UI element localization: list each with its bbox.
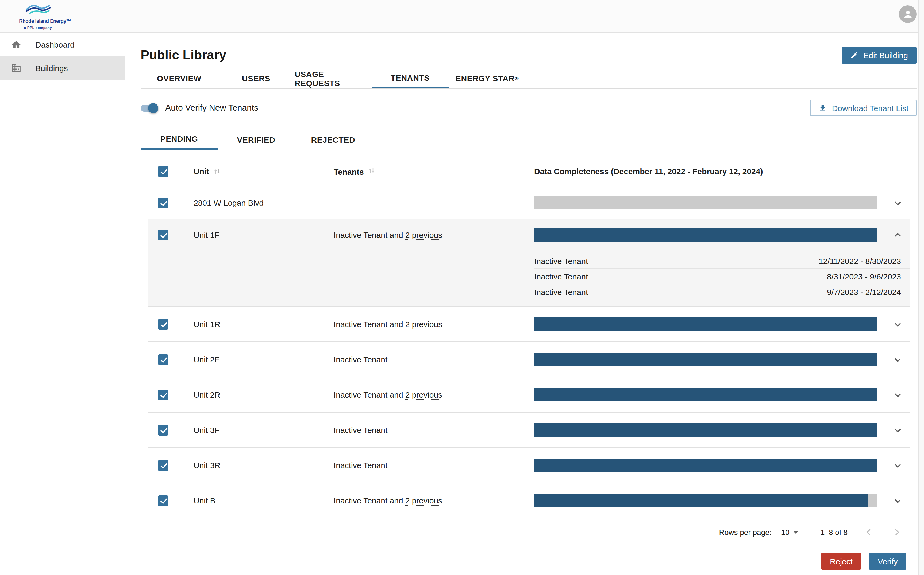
person-icon (902, 8, 914, 20)
table-row[interactable]: Unit 3F Inactive Tenant (148, 413, 910, 448)
row-checkbox[interactable] (158, 389, 169, 400)
download-tenant-list-button[interactable]: Download Tenant List (810, 100, 916, 116)
table-row[interactable]: Unit 1F Inactive Tenant and2 previous (148, 219, 910, 251)
tenant-detail-row: Inactive Tenant 12/11/2022 - 8/30/2023 (534, 253, 910, 268)
status-tab-rejected[interactable]: REJECTED (295, 129, 372, 149)
scrollbar[interactable] (918, 0, 924, 575)
tenant-detail-row: Inactive Tenant 8/31/2023 - 9/6/2023 (534, 268, 910, 284)
top-bar: Rhode Island Energy™ a PPL company (0, 0, 924, 33)
completeness-bar (534, 494, 877, 507)
row-checkbox[interactable] (158, 354, 169, 365)
table-row[interactable]: Unit 2F Inactive Tenant (148, 342, 910, 377)
completeness-bar (534, 228, 877, 241)
row-checkbox[interactable] (158, 460, 169, 470)
previous-tenants-link[interactable]: 2 previous (405, 230, 442, 240)
sidebar-item-label: Dashboard (35, 40, 75, 49)
auto-verify-label: Auto Verify New Tenants (165, 103, 258, 113)
collapse-chevron-icon[interactable] (891, 228, 905, 242)
sidebar-item-buildings[interactable]: Buildings (0, 56, 124, 79)
pagination: Rows per page: 10 1–8 of 8 (141, 518, 916, 546)
completeness-bar (534, 353, 877, 366)
tab-tenants[interactable]: TENANTS (372, 68, 449, 88)
expand-chevron-icon[interactable] (891, 494, 905, 507)
logo-waves-icon (24, 2, 52, 16)
completeness-bar (534, 459, 877, 472)
main-content: Public Library Edit Building OVERVIEW US… (125, 33, 924, 575)
row-checkbox[interactable] (158, 197, 169, 208)
table-row[interactable]: Unit 2R Inactive Tenant and2 previous (148, 377, 910, 413)
user-avatar[interactable] (899, 5, 916, 23)
sort-icon[interactable] (368, 167, 376, 175)
completeness-bar (534, 388, 877, 401)
tab-overview[interactable]: OVERVIEW (141, 68, 218, 88)
toggle-thumb (148, 103, 158, 113)
completeness-bar (534, 423, 877, 437)
page-range: 1–8 of 8 (820, 528, 848, 537)
sidebar-item-label: Buildings (35, 64, 68, 72)
completeness-bar (534, 196, 877, 210)
previous-page-button[interactable] (862, 526, 875, 538)
tenant-detail-row: Inactive Tenant 9/7/2023 - 2/12/2024 (534, 284, 910, 299)
table-row[interactable]: Unit B Inactive Tenant and2 previous (148, 483, 910, 518)
rows-per-page-select[interactable]: 10 (781, 528, 799, 537)
auto-verify-toggle[interactable] (141, 103, 158, 113)
footer-actions: Reject Verify (141, 553, 916, 570)
previous-tenants-link[interactable]: 2 previous (405, 319, 442, 329)
home-icon (11, 39, 21, 49)
sidebar-item-dashboard[interactable]: Dashboard (0, 33, 124, 56)
expand-chevron-icon[interactable] (891, 353, 905, 366)
download-icon (818, 103, 827, 113)
expand-chevron-icon[interactable] (891, 388, 905, 402)
chevron-left-icon (863, 526, 875, 538)
company-logo[interactable]: Rhode Island Energy™ a PPL company (14, 2, 62, 29)
chevron-right-icon (891, 526, 903, 538)
expanded-row-block: Unit 1F Inactive Tenant and2 previous In… (148, 219, 910, 307)
brand-tagline: a PPL company (14, 25, 62, 29)
table-row[interactable]: 2801 W Logan Blvd (148, 187, 910, 219)
select-all-checkbox[interactable] (158, 166, 169, 176)
previous-tenants-link[interactable]: 2 previous (405, 496, 442, 505)
table-row[interactable]: Unit 3R Inactive Tenant (148, 448, 910, 483)
next-page-button[interactable] (890, 526, 903, 538)
dropdown-caret-icon (793, 529, 799, 535)
tenant-details: Inactive Tenant 12/11/2022 - 8/30/2023 I… (148, 251, 910, 306)
pencil-icon (850, 51, 859, 59)
completeness-bar (534, 318, 877, 331)
tab-users[interactable]: USERS (218, 68, 295, 88)
tenants-table: Unit Tenants Data Completeness (December… (148, 156, 910, 518)
edit-building-button[interactable]: Edit Building (841, 47, 916, 64)
column-header-completeness: Data Completeness (December 11, 2022 - F… (534, 167, 877, 176)
column-header-unit[interactable]: Unit (194, 167, 209, 176)
expand-chevron-icon[interactable] (891, 423, 905, 437)
edit-building-label: Edit Building (863, 51, 908, 60)
row-checkbox[interactable] (158, 495, 169, 506)
column-header-tenants[interactable]: Tenants (334, 167, 364, 176)
previous-tenants-link[interactable]: 2 previous (405, 390, 442, 399)
status-tab-pending[interactable]: PENDING (141, 129, 218, 149)
page-title: Public Library (141, 48, 226, 62)
expand-chevron-icon[interactable] (891, 196, 905, 210)
row-checkbox[interactable] (158, 319, 169, 329)
expand-chevron-icon[interactable] (891, 458, 905, 472)
sidebar: Dashboard Buildings (0, 33, 125, 575)
table-row[interactable]: Unit 1R Inactive Tenant and2 previous (148, 307, 910, 342)
row-checkbox[interactable] (158, 230, 169, 240)
tab-energy-star[interactable]: ENERGY STAR® (449, 68, 526, 88)
status-tabs: PENDING VERIFIED REJECTED (141, 129, 916, 149)
row-checkbox[interactable] (158, 424, 169, 435)
tab-usage-requests[interactable]: USAGE REQUESTS (295, 68, 372, 88)
rows-per-page-label: Rows per page: (719, 528, 772, 537)
expand-chevron-icon[interactable] (891, 317, 905, 331)
brand-name: Rhode Island Energy™ (19, 17, 71, 24)
table-header-row: Unit Tenants Data Completeness (December… (148, 156, 910, 187)
buildings-icon (11, 63, 21, 73)
reject-button[interactable]: Reject (821, 553, 861, 570)
app-root: Rhode Island Energy™ a PPL company Dashb… (0, 0, 924, 575)
page-tabs: OVERVIEW USERS USAGE REQUESTS TENANTS EN… (141, 68, 916, 89)
sort-icon[interactable] (213, 167, 221, 175)
download-tenant-list-label: Download Tenant List (832, 103, 908, 113)
verify-button[interactable]: Verify (869, 553, 906, 570)
status-tab-verified[interactable]: VERIFIED (218, 129, 295, 149)
